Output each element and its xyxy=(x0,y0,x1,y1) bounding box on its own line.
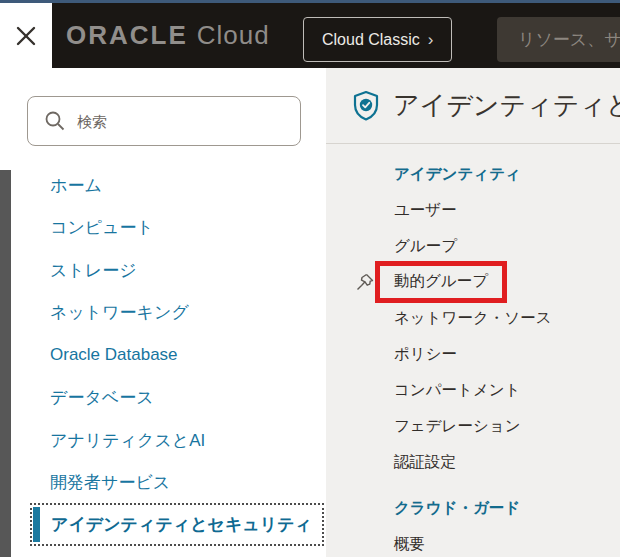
panel-item-label: グループ xyxy=(394,236,457,257)
panel-item[interactable]: フェデレーション xyxy=(326,408,620,444)
sidebar-item[interactable]: ホーム xyxy=(0,164,326,207)
nav-sidebar: ホームコンピュートストレージネットワーキングOracle Databaseデータ… xyxy=(0,68,326,557)
cloud-classic-label: Cloud Classic xyxy=(322,31,420,49)
panel-item-label: 認証設定 xyxy=(394,452,456,473)
sidebar-selected-label: アイデンティティとセキュリティ xyxy=(51,513,312,536)
panel-item[interactable]: コンパートメント xyxy=(326,372,620,408)
global-search-input[interactable]: リソース、サー xyxy=(497,17,620,62)
panel-item[interactable]: 認証設定 xyxy=(326,444,620,480)
brand-logo[interactable]: ORACLE Cloud xyxy=(66,3,270,68)
sidebar-item[interactable]: 開発者サービス xyxy=(0,462,326,505)
panel-item[interactable]: ネットワーク・ソース xyxy=(326,300,620,336)
cloud-classic-button[interactable]: Cloud Classic › xyxy=(303,17,452,62)
identity-submenu-panel: アイデンティティとセキュリティ アイデンティティユーザーグループ 動的グループネ… xyxy=(326,68,620,557)
sidebar-item[interactable]: ネットワーキング xyxy=(0,292,326,335)
shield-check-icon xyxy=(352,90,380,121)
panel-sections: アイデンティティユーザーグループ 動的グループネットワーク・ソースポリシーコンパ… xyxy=(326,144,620,557)
global-search-placeholder: リソース、サー xyxy=(518,28,620,51)
sidebar-item[interactable]: ストレージ xyxy=(0,249,326,292)
panel-section-heading: アイデンティティ xyxy=(326,164,620,184)
panel-header: アイデンティティとセキュリティ xyxy=(326,68,620,143)
panel-item-label: フェデレーション xyxy=(394,416,521,437)
panel-section-heading: クラウド・ガード xyxy=(326,498,620,518)
sidebar-item[interactable]: アナリティクスとAI xyxy=(0,419,326,462)
panel-title: アイデンティティとセキュリティ xyxy=(393,88,620,123)
cloud-logo-text: Cloud xyxy=(197,20,270,51)
highlight-annotation-box: 動的グループ xyxy=(375,261,507,303)
close-menu-button[interactable] xyxy=(0,3,52,68)
panel-item-label: ネットワーク・ソース xyxy=(394,308,552,329)
panel-item[interactable]: ユーザー xyxy=(326,192,620,228)
panel-item-label: コンパートメント xyxy=(394,380,521,401)
panel-item-label: 概要 xyxy=(394,534,425,555)
panel-item-label: ポリシー xyxy=(394,344,457,365)
close-icon xyxy=(12,22,40,50)
panel-item-label: ユーザー xyxy=(394,200,457,221)
oracle-logo-text: ORACLE xyxy=(66,20,188,51)
sidebar-item[interactable]: Oracle Database xyxy=(0,334,326,377)
chevron-right-icon: › xyxy=(428,30,434,50)
sidebar-item[interactable]: コンピュート xyxy=(0,207,326,250)
sidebar-search-input[interactable] xyxy=(77,113,288,130)
sidebar-item[interactable]: データベース xyxy=(0,377,326,420)
topbar: ORACLE Cloud Cloud Classic › リソース、サー xyxy=(0,3,620,68)
sidebar-nav: ホームコンピュートストレージネットワーキングOracle Databaseデータ… xyxy=(0,164,326,504)
panel-item[interactable]: 概要 xyxy=(326,526,620,557)
panel-item[interactable]: 動的グループ xyxy=(326,264,620,300)
search-icon xyxy=(43,109,67,133)
sidebar-item-identity-security[interactable]: アイデンティティとセキュリティ xyxy=(30,503,324,546)
panel-item[interactable]: ポリシー xyxy=(326,336,620,372)
panel-item[interactable]: グループ xyxy=(326,228,620,264)
oracle-cloud-console: ORACLE Cloud Cloud Classic › リソース、サー ホーム… xyxy=(0,0,620,557)
pin-icon xyxy=(355,272,375,292)
sidebar-search-box[interactable] xyxy=(27,96,301,146)
selected-accent-bar xyxy=(33,507,40,542)
